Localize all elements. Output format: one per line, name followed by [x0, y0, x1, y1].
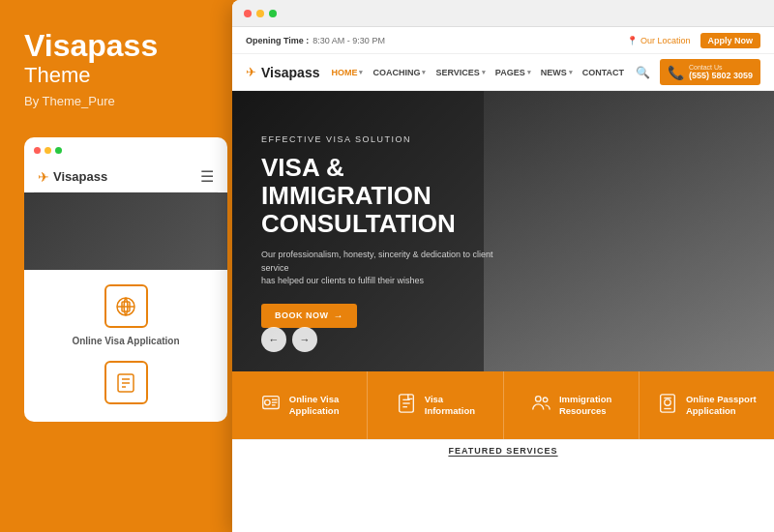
- search-icon[interactable]: 🔍: [636, 66, 650, 79]
- apply-now-button[interactable]: Apply Now: [700, 33, 761, 48]
- feature-passport[interactable]: Online PassportApplication: [640, 371, 774, 439]
- dot-green: [55, 147, 62, 154]
- nav-links: HOME ▾ COACHING ▾ SERVICES ▾ PAGES ▾ NEW…: [331, 68, 624, 77]
- nav-contact[interactable]: CONTACT: [582, 68, 624, 77]
- hero-title-line2: CONSULTATION: [261, 209, 456, 238]
- book-now-label: BOOK NOW: [275, 310, 329, 320]
- plane-icon: ✈: [38, 169, 49, 185]
- contact-label: Contact Us: [689, 64, 753, 71]
- topbar-left: Opening Time : 8:30 AM - 9:30 PM: [246, 36, 385, 45]
- feature-label-passport: Online PassportApplication: [686, 394, 757, 418]
- hero-description: Our professionalism, honesty, sincerity …: [261, 249, 513, 288]
- nav-pages[interactable]: PAGES ▾: [495, 68, 531, 77]
- location-text: Our Location: [640, 36, 691, 45]
- nav-plane-icon: ✈: [246, 65, 256, 79]
- globe-icon: [260, 393, 282, 419]
- mobile-feature-label: Online Visa Application: [72, 336, 179, 346]
- mobile-mockup: ✈ Visapass ☰ Online Visa Application: [24, 137, 227, 422]
- mobile-icon-box2: [104, 361, 148, 404]
- hero-title-line1: VISA & IMMIGRATION: [261, 153, 432, 210]
- site-hero: EFFECTIVE VISA SOLUTION VISA & IMMIGRATI…: [232, 91, 774, 371]
- hero-overlay: [24, 192, 227, 270]
- hamburger-icon[interactable]: ☰: [200, 167, 214, 186]
- feature-text-visa-info: VisaInformation: [425, 394, 475, 418]
- chrome-dot-red: [244, 10, 252, 17]
- svg-point-15: [535, 396, 541, 401]
- site-topbar: Opening Time : 8:30 AM - 9:30 PM 📍 Our L…: [232, 27, 774, 54]
- hero-arrows: ← →: [261, 327, 317, 352]
- nav-coaching[interactable]: COACHING ▾: [372, 68, 426, 77]
- opening-time-value: 8:30 AM - 9:30 PM: [313, 36, 385, 45]
- dot-yellow: [45, 147, 51, 154]
- visa-application-icon-box: [104, 284, 148, 328]
- nav-contact-box: 📞 Contact Us (555) 5802 3059: [660, 59, 760, 85]
- contact-phone: (555) 5802 3059: [689, 71, 753, 80]
- mobile-logo-text: Visapass: [53, 169, 107, 184]
- brand-subtitle: Theme: [24, 63, 216, 88]
- document-icon: [396, 393, 417, 419]
- feature-label-online-visa: Online VisaApplication: [289, 394, 340, 418]
- svg-rect-17: [661, 394, 675, 411]
- people-icon: [530, 393, 551, 419]
- svg-point-16: [543, 398, 548, 402]
- feature-immigration[interactable]: ImmigrationResources: [504, 371, 640, 439]
- passport-icon: [657, 393, 678, 419]
- chrome-dot-yellow: [256, 10, 264, 17]
- feature-visa-info[interactable]: VisaInformation: [368, 371, 503, 439]
- feature-text-online-visa: Online VisaApplication: [289, 394, 340, 418]
- featured-services-bar: FEATURED SERVICES: [232, 439, 774, 460]
- mobile-logo: ✈ Visapass: [38, 169, 107, 185]
- browser-chrome: [232, 0, 774, 27]
- mobile-hero-image: [24, 192, 227, 270]
- featured-services-text: FEATURED SERVICES: [448, 446, 557, 456]
- location-pin-icon: 📍: [627, 36, 638, 45]
- list-icon: [114, 371, 137, 395]
- chrome-dot-green: [269, 10, 277, 17]
- next-arrow[interactable]: →: [292, 327, 317, 352]
- phone-icon: 📞: [668, 65, 684, 80]
- prev-arrow[interactable]: ←: [261, 327, 286, 352]
- hero-cta: BOOK NOW →: [261, 304, 513, 328]
- mobile-dots: [34, 147, 218, 154]
- mobile-nav: ✈ Visapass ☰: [34, 162, 218, 192]
- brand-by: By Theme_Pure: [24, 94, 216, 108]
- left-panel: Visapass Theme By Theme_Pure ✈ Visapass …: [0, 0, 240, 532]
- feature-online-visa[interactable]: Online VisaApplication: [232, 371, 368, 439]
- hero-content: EFFECTIVE VISA SOLUTION VISA & IMMIGRATI…: [232, 134, 542, 327]
- hero-tagline: EFFECTIVE VISA SOLUTION: [261, 134, 513, 144]
- nav-services[interactable]: SERVICES ▾: [435, 68, 485, 77]
- mobile-feature-area: Online Visa Application: [34, 270, 218, 412]
- arrow-icon: →: [334, 310, 344, 321]
- features-bar: Online VisaApplication VisaInformation: [232, 371, 774, 439]
- nav-home[interactable]: HOME ▾: [331, 68, 363, 77]
- nav-contact-text: Contact Us (555) 5802 3059: [689, 64, 753, 80]
- svg-point-18: [665, 399, 670, 404]
- location-item: 📍 Our Location: [627, 36, 691, 45]
- globe-document-icon: [114, 295, 137, 318]
- dot-red: [34, 147, 41, 154]
- nav-logo: ✈ Visapass: [246, 65, 319, 80]
- nav-right: 🔍 📞 Contact Us (555) 5802 3059: [636, 59, 760, 85]
- topbar-right: 📍 Our Location Apply Now: [627, 33, 760, 48]
- feature-label-visa-info: VisaInformation: [425, 394, 475, 418]
- browser-mockup: Opening Time : 8:30 AM - 9:30 PM 📍 Our L…: [232, 0, 774, 532]
- feature-text-passport: Online PassportApplication: [686, 394, 757, 418]
- book-now-button[interactable]: BOOK NOW →: [261, 304, 357, 328]
- nav-logo-text: Visapass: [261, 65, 319, 80]
- nav-news[interactable]: NEWS ▾: [541, 68, 573, 77]
- brand-title: Visapass: [24, 29, 216, 63]
- site-nav: ✈ Visapass HOME ▾ COACHING ▾ SERVICES ▾ …: [232, 54, 774, 91]
- hero-title: VISA & IMMIGRATION CONSULTATION: [261, 154, 513, 237]
- opening-time-label: Opening Time :: [246, 36, 309, 45]
- feature-text-immigration: ImmigrationResources: [559, 394, 611, 418]
- svg-point-7: [264, 399, 270, 405]
- feature-label-immigration: ImmigrationResources: [559, 394, 611, 418]
